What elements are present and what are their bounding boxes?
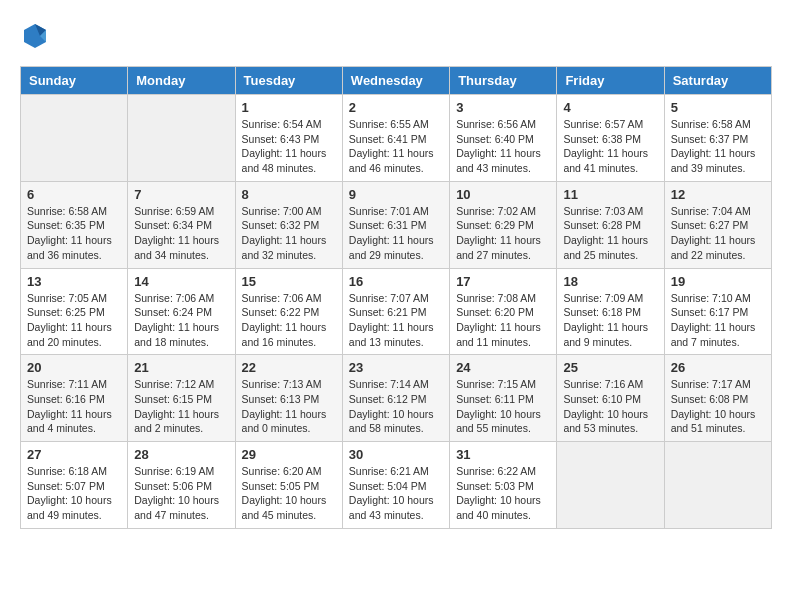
day-number: 10: [456, 187, 550, 202]
calendar-cell: 24Sunrise: 7:15 AM Sunset: 6:11 PM Dayli…: [450, 355, 557, 442]
calendar-cell: [21, 95, 128, 182]
cell-info: Sunrise: 6:54 AM Sunset: 6:43 PM Dayligh…: [242, 117, 336, 176]
cell-info: Sunrise: 7:06 AM Sunset: 6:24 PM Dayligh…: [134, 291, 228, 350]
day-number: 19: [671, 274, 765, 289]
calendar-cell: [128, 95, 235, 182]
header-sunday: Sunday: [21, 67, 128, 95]
calendar-cell: 28Sunrise: 6:19 AM Sunset: 5:06 PM Dayli…: [128, 442, 235, 529]
cell-info: Sunrise: 7:09 AM Sunset: 6:18 PM Dayligh…: [563, 291, 657, 350]
day-number: 22: [242, 360, 336, 375]
cell-info: Sunrise: 6:59 AM Sunset: 6:34 PM Dayligh…: [134, 204, 228, 263]
calendar-cell: 8Sunrise: 7:00 AM Sunset: 6:32 PM Daylig…: [235, 181, 342, 268]
calendar-cell: 29Sunrise: 6:20 AM Sunset: 5:05 PM Dayli…: [235, 442, 342, 529]
cell-info: Sunrise: 6:55 AM Sunset: 6:41 PM Dayligh…: [349, 117, 443, 176]
calendar-cell: 13Sunrise: 7:05 AM Sunset: 6:25 PM Dayli…: [21, 268, 128, 355]
cell-info: Sunrise: 7:16 AM Sunset: 6:10 PM Dayligh…: [563, 377, 657, 436]
day-number: 9: [349, 187, 443, 202]
cell-info: Sunrise: 6:56 AM Sunset: 6:40 PM Dayligh…: [456, 117, 550, 176]
cell-info: Sunrise: 7:08 AM Sunset: 6:20 PM Dayligh…: [456, 291, 550, 350]
logo-icon: [20, 20, 50, 50]
calendar-cell: 16Sunrise: 7:07 AM Sunset: 6:21 PM Dayli…: [342, 268, 449, 355]
cell-info: Sunrise: 7:06 AM Sunset: 6:22 PM Dayligh…: [242, 291, 336, 350]
calendar-week-row: 27Sunrise: 6:18 AM Sunset: 5:07 PM Dayli…: [21, 442, 772, 529]
calendar-cell: 26Sunrise: 7:17 AM Sunset: 6:08 PM Dayli…: [664, 355, 771, 442]
cell-info: Sunrise: 7:12 AM Sunset: 6:15 PM Dayligh…: [134, 377, 228, 436]
day-number: 28: [134, 447, 228, 462]
calendar-header-row: SundayMondayTuesdayWednesdayThursdayFrid…: [21, 67, 772, 95]
calendar-cell: 6Sunrise: 6:58 AM Sunset: 6:35 PM Daylig…: [21, 181, 128, 268]
day-number: 26: [671, 360, 765, 375]
logo: [20, 20, 52, 50]
cell-info: Sunrise: 7:10 AM Sunset: 6:17 PM Dayligh…: [671, 291, 765, 350]
cell-info: Sunrise: 7:03 AM Sunset: 6:28 PM Dayligh…: [563, 204, 657, 263]
calendar-cell: 31Sunrise: 6:22 AM Sunset: 5:03 PM Dayli…: [450, 442, 557, 529]
calendar-cell: 15Sunrise: 7:06 AM Sunset: 6:22 PM Dayli…: [235, 268, 342, 355]
calendar-cell: 4Sunrise: 6:57 AM Sunset: 6:38 PM Daylig…: [557, 95, 664, 182]
calendar-cell: 30Sunrise: 6:21 AM Sunset: 5:04 PM Dayli…: [342, 442, 449, 529]
day-number: 16: [349, 274, 443, 289]
header-monday: Monday: [128, 67, 235, 95]
header-saturday: Saturday: [664, 67, 771, 95]
day-number: 24: [456, 360, 550, 375]
cell-info: Sunrise: 7:00 AM Sunset: 6:32 PM Dayligh…: [242, 204, 336, 263]
calendar-week-row: 13Sunrise: 7:05 AM Sunset: 6:25 PM Dayli…: [21, 268, 772, 355]
cell-info: Sunrise: 7:02 AM Sunset: 6:29 PM Dayligh…: [456, 204, 550, 263]
header-tuesday: Tuesday: [235, 67, 342, 95]
cell-info: Sunrise: 7:05 AM Sunset: 6:25 PM Dayligh…: [27, 291, 121, 350]
calendar-cell: 5Sunrise: 6:58 AM Sunset: 6:37 PM Daylig…: [664, 95, 771, 182]
header-thursday: Thursday: [450, 67, 557, 95]
cell-info: Sunrise: 6:22 AM Sunset: 5:03 PM Dayligh…: [456, 464, 550, 523]
day-number: 18: [563, 274, 657, 289]
cell-info: Sunrise: 6:58 AM Sunset: 6:35 PM Dayligh…: [27, 204, 121, 263]
cell-info: Sunrise: 7:11 AM Sunset: 6:16 PM Dayligh…: [27, 377, 121, 436]
day-number: 6: [27, 187, 121, 202]
cell-info: Sunrise: 6:21 AM Sunset: 5:04 PM Dayligh…: [349, 464, 443, 523]
calendar-cell: 14Sunrise: 7:06 AM Sunset: 6:24 PM Dayli…: [128, 268, 235, 355]
calendar-week-row: 6Sunrise: 6:58 AM Sunset: 6:35 PM Daylig…: [21, 181, 772, 268]
cell-info: Sunrise: 7:13 AM Sunset: 6:13 PM Dayligh…: [242, 377, 336, 436]
calendar-cell: 21Sunrise: 7:12 AM Sunset: 6:15 PM Dayli…: [128, 355, 235, 442]
day-number: 7: [134, 187, 228, 202]
header-wednesday: Wednesday: [342, 67, 449, 95]
cell-info: Sunrise: 7:07 AM Sunset: 6:21 PM Dayligh…: [349, 291, 443, 350]
day-number: 12: [671, 187, 765, 202]
cell-info: Sunrise: 7:15 AM Sunset: 6:11 PM Dayligh…: [456, 377, 550, 436]
calendar-cell: 12Sunrise: 7:04 AM Sunset: 6:27 PM Dayli…: [664, 181, 771, 268]
cell-info: Sunrise: 7:14 AM Sunset: 6:12 PM Dayligh…: [349, 377, 443, 436]
day-number: 4: [563, 100, 657, 115]
calendar-cell: 22Sunrise: 7:13 AM Sunset: 6:13 PM Dayli…: [235, 355, 342, 442]
day-number: 3: [456, 100, 550, 115]
day-number: 23: [349, 360, 443, 375]
calendar-week-row: 1Sunrise: 6:54 AM Sunset: 6:43 PM Daylig…: [21, 95, 772, 182]
day-number: 27: [27, 447, 121, 462]
calendar-cell: 2Sunrise: 6:55 AM Sunset: 6:41 PM Daylig…: [342, 95, 449, 182]
cell-info: Sunrise: 6:20 AM Sunset: 5:05 PM Dayligh…: [242, 464, 336, 523]
day-number: 14: [134, 274, 228, 289]
cell-info: Sunrise: 6:18 AM Sunset: 5:07 PM Dayligh…: [27, 464, 121, 523]
day-number: 8: [242, 187, 336, 202]
calendar-cell: 1Sunrise: 6:54 AM Sunset: 6:43 PM Daylig…: [235, 95, 342, 182]
calendar-cell: 23Sunrise: 7:14 AM Sunset: 6:12 PM Dayli…: [342, 355, 449, 442]
day-number: 30: [349, 447, 443, 462]
calendar-cell: 3Sunrise: 6:56 AM Sunset: 6:40 PM Daylig…: [450, 95, 557, 182]
calendar-cell: [557, 442, 664, 529]
calendar-cell: [664, 442, 771, 529]
cell-info: Sunrise: 7:04 AM Sunset: 6:27 PM Dayligh…: [671, 204, 765, 263]
calendar-cell: 7Sunrise: 6:59 AM Sunset: 6:34 PM Daylig…: [128, 181, 235, 268]
calendar-cell: 20Sunrise: 7:11 AM Sunset: 6:16 PM Dayli…: [21, 355, 128, 442]
calendar-cell: 10Sunrise: 7:02 AM Sunset: 6:29 PM Dayli…: [450, 181, 557, 268]
day-number: 25: [563, 360, 657, 375]
day-number: 21: [134, 360, 228, 375]
calendar-cell: 18Sunrise: 7:09 AM Sunset: 6:18 PM Dayli…: [557, 268, 664, 355]
day-number: 29: [242, 447, 336, 462]
day-number: 17: [456, 274, 550, 289]
calendar-cell: 19Sunrise: 7:10 AM Sunset: 6:17 PM Dayli…: [664, 268, 771, 355]
calendar-cell: 9Sunrise: 7:01 AM Sunset: 6:31 PM Daylig…: [342, 181, 449, 268]
day-number: 1: [242, 100, 336, 115]
day-number: 2: [349, 100, 443, 115]
day-number: 5: [671, 100, 765, 115]
day-number: 11: [563, 187, 657, 202]
cell-info: Sunrise: 6:57 AM Sunset: 6:38 PM Dayligh…: [563, 117, 657, 176]
day-number: 13: [27, 274, 121, 289]
cell-info: Sunrise: 7:17 AM Sunset: 6:08 PM Dayligh…: [671, 377, 765, 436]
